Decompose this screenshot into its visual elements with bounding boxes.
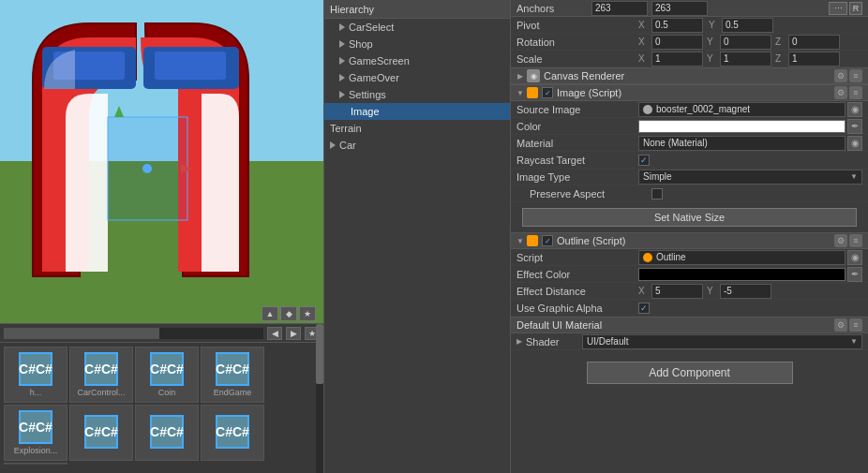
asset-icon-7: C# [150, 415, 184, 449]
scale-z-field[interactable] [788, 52, 840, 67]
script-label: Script [516, 252, 638, 263]
image-script-icon [527, 87, 538, 98]
asset-item-explosion[interactable]: C# Explosion... [4, 405, 67, 461]
image-type-label: Image Type [516, 171, 638, 183]
image-type-dropdown[interactable]: Simple ▼ [638, 170, 862, 185]
asset-scroll-left[interactable]: ◀ [267, 327, 282, 340]
asset-item-carcontrol[interactable]: C# h... [4, 347, 67, 403]
effect-color-picker[interactable] [638, 268, 846, 281]
asset-item-carcontrol2[interactable]: C# CarControl... [69, 347, 133, 403]
asset-item-coin[interactable]: C# Coin [135, 347, 199, 403]
hierarchy-item-car[interactable]: Car [324, 137, 510, 154]
outline-script-value: Outline [656, 252, 686, 262]
scale-x-field[interactable] [651, 52, 703, 67]
hierarchy-item-shop[interactable]: Shop [324, 36, 510, 52]
image-script-menu[interactable]: ≡ [849, 86, 862, 99]
outline-script-dot [643, 253, 652, 262]
asset-item-endgame[interactable]: C# EndGame [201, 347, 264, 403]
shader-value: UI/Default [587, 336, 628, 347]
pivot-label: Pivot [516, 20, 638, 31]
outline-script-settings[interactable]: ⚙ [834, 234, 847, 247]
raycast-checkbox[interactable] [638, 155, 650, 166]
color-picker[interactable] [638, 120, 846, 133]
image-script-header[interactable]: ▼ ✓ Image (Script) ⚙ ≡ [511, 84, 868, 101]
asset-label: h... [30, 388, 42, 397]
default-ui-settings[interactable]: ⚙ [834, 318, 847, 332]
image-script-check[interactable]: ✓ [542, 87, 553, 98]
collapse-shader-arrow[interactable]: ▶ [516, 337, 522, 346]
scene-toolbar-btn1[interactable]: ▲ [262, 306, 278, 321]
asset-item-8[interactable]: C# [201, 405, 264, 461]
effect-color-eyedropper[interactable]: ✒ [847, 267, 862, 282]
rotation-label: Rotation [516, 37, 638, 48]
hierarchy-item-image[interactable]: Image [324, 103, 510, 120]
material-label: Material [516, 138, 638, 149]
scale-y-field[interactable] [720, 52, 771, 67]
preserve-aspect-checkbox[interactable] [651, 188, 663, 200]
asset-icon-2: C# [84, 352, 118, 386]
anchors-x-field[interactable] [591, 1, 648, 16]
asset-item-7[interactable]: C# [135, 405, 199, 461]
asset-label-4: EndGame [214, 388, 252, 397]
outline-script-menu[interactable]: ≡ [849, 234, 862, 247]
script-pick[interactable]: ◉ [847, 250, 862, 265]
anchors-reset-btn[interactable]: R [849, 2, 862, 15]
source-image-pick[interactable]: ◉ [847, 102, 862, 117]
svg-rect-3 [155, 52, 226, 80]
rotation-z-field[interactable] [788, 35, 840, 50]
effect-distance-label: Effect Distance [516, 286, 638, 297]
default-ui-menu[interactable]: ≡ [849, 318, 862, 332]
asset-icon: C# [19, 352, 52, 386]
hierarchy-item-gamescreen[interactable]: GameScreen [324, 52, 510, 69]
scene-toolbar-btn2[interactable]: ◆ [280, 306, 297, 321]
hierarchy-item-terrain[interactable]: Terrain [324, 120, 510, 137]
image-script-label: Image (Script) [557, 87, 621, 98]
use-graphic-alpha-checkbox[interactable] [638, 303, 650, 314]
asset-item-6[interactable]: C# [69, 405, 133, 461]
material-value: None (Material) [643, 138, 708, 148]
asset-icon-8: C# [216, 415, 249, 449]
effect-dist-x-field[interactable] [651, 284, 703, 299]
color-eyedropper[interactable]: ✒ [847, 119, 862, 134]
asset-label-2: CarControl... [77, 388, 125, 397]
effect-dist-y-field[interactable] [720, 284, 771, 299]
raycast-label: Raycast Target [516, 155, 638, 166]
outline-script-check[interactable]: ✓ [542, 235, 553, 246]
anchors-y-field[interactable] [651, 1, 708, 16]
asset-icon-4: C# [216, 352, 249, 386]
asset-label-5: Explosion... [14, 446, 58, 455]
hierarchy-header: Hierarchy [324, 0, 510, 19]
effect-color-label: Effect Color [516, 269, 638, 280]
shader-dropdown-arrow: ▼ [850, 337, 858, 346]
canvas-renderer-menu[interactable]: ≡ [849, 69, 862, 82]
canvas-renderer-eye[interactable]: ◉ [527, 69, 540, 82]
hierarchy-item-settings[interactable]: Settings [324, 86, 510, 103]
canvas-renderer-settings[interactable]: ⚙ [834, 69, 847, 82]
shader-label: Shader [526, 336, 582, 347]
default-ui-header[interactable]: Default UI Material ⚙ ≡ [511, 317, 868, 333]
hierarchy-item-gameover[interactable]: GameOver [324, 69, 510, 86]
material-pick[interactable]: ◉ [847, 136, 862, 151]
outline-script-header[interactable]: ▼ ✓ Outline (Script) ⚙ ≡ [511, 232, 868, 249]
pivot-x-field[interactable] [651, 18, 703, 33]
rotation-y-field[interactable] [720, 35, 771, 50]
image-type-arrow: ▼ [850, 172, 858, 181]
pivot-y-field[interactable] [722, 18, 773, 33]
scene-toolbar-btn3[interactable]: ★ [299, 306, 316, 321]
set-native-size-btn[interactable]: Set Native Size [522, 208, 857, 227]
image-script-settings[interactable]: ⚙ [834, 86, 847, 99]
rotation-x-field[interactable] [651, 35, 703, 50]
anchors-settings-btn[interactable]: ⋯ [829, 2, 847, 15]
asset-icon-5: C# [19, 410, 52, 444]
preserve-aspect-label: Preserve Aspect [530, 188, 651, 200]
asset-scroll-right[interactable]: ▶ [286, 327, 301, 340]
shader-dropdown[interactable]: UI/Default ▼ [582, 334, 862, 349]
hierarchy-item-carselect[interactable]: CarSelect [324, 19, 510, 36]
add-component-btn[interactable]: Add Component [587, 362, 793, 384]
asset-label-3: Coin [158, 388, 176, 397]
default-ui-label: Default UI Material [516, 319, 834, 331]
terrain-label: Terrain [330, 123, 362, 134]
canvas-renderer-header[interactable]: ▶ ◉ Canvas Renderer ⚙ ≡ [511, 67, 868, 84]
asset-item-9[interactable]: C# [4, 463, 67, 465]
scale-label: Scale [516, 53, 638, 65]
